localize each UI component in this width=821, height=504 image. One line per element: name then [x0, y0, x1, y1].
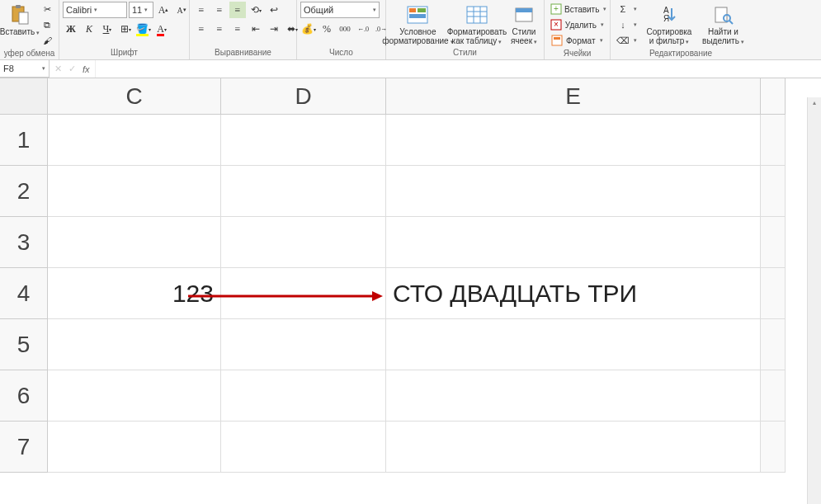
- merge-icon: ⬌: [287, 23, 295, 35]
- cell-c5[interactable]: [48, 319, 221, 370]
- cell-styles-button[interactable]: Стили ячеек: [507, 2, 540, 47]
- cell-d5[interactable]: [221, 319, 386, 370]
- format-cells-button[interactable]: Формат: [548, 33, 606, 48]
- row-header-1[interactable]: 1: [0, 115, 48, 166]
- cell-e6[interactable]: [386, 370, 761, 422]
- conditional-format-button[interactable]: Условное форматирование: [389, 2, 446, 47]
- sort-filter-button[interactable]: AЯ Сортировка и фильтр: [641, 2, 697, 47]
- cell-f6[interactable]: [761, 370, 786, 422]
- cell-d2[interactable]: [221, 166, 386, 217]
- accounting-button[interactable]: 💰▾: [300, 21, 317, 37]
- col-header-e[interactable]: E: [386, 78, 761, 115]
- row-header-5[interactable]: 5: [0, 319, 48, 370]
- insert-cells-button[interactable]: +Вставить: [548, 2, 606, 16]
- wrap-text-button[interactable]: ↩: [266, 2, 282, 18]
- cell-c1[interactable]: [48, 115, 221, 166]
- increase-decimal-button[interactable]: ←.0: [355, 21, 371, 37]
- fill-button[interactable]: ↓: [614, 17, 639, 32]
- col-header-next[interactable]: [761, 78, 786, 115]
- svg-rect-1: [16, 5, 21, 8]
- delete-cells-button[interactable]: ×Удалить: [548, 17, 606, 32]
- formula-bar: F8▾ ✕ ✓ fx: [0, 60, 821, 78]
- conditional-format-label: Условное форматирование: [382, 27, 453, 45]
- increase-indent-button[interactable]: ⇥: [266, 21, 282, 37]
- cell-d1[interactable]: [221, 115, 386, 166]
- decrease-indent-button[interactable]: ⇤: [248, 21, 264, 37]
- cell-e7[interactable]: [386, 422, 761, 473]
- border-button[interactable]: ⊞▾: [117, 21, 134, 37]
- name-box-value: F8: [3, 64, 14, 73]
- cancel-formula-icon[interactable]: ✕: [54, 64, 62, 74]
- enter-formula-icon[interactable]: ✓: [68, 64, 76, 74]
- shrink-font-button[interactable]: A▾: [173, 2, 190, 18]
- copy-icon: ⧉: [40, 18, 54, 31]
- svg-text:+: +: [554, 4, 559, 13]
- align-right-button[interactable]: ≡: [229, 21, 246, 37]
- cell-d4[interactable]: [221, 268, 386, 319]
- autosum-button[interactable]: Σ: [614, 2, 639, 16]
- cell-f1[interactable]: [761, 115, 786, 166]
- clear-button[interactable]: ⌫: [614, 33, 639, 48]
- cell-d6[interactable]: [221, 370, 386, 422]
- cell-d7[interactable]: [221, 422, 386, 473]
- cell-c3[interactable]: [48, 217, 221, 268]
- cell-e5[interactable]: [386, 319, 761, 370]
- conditional-format-icon: [404, 3, 431, 26]
- cell-e4[interactable]: СТО ДВАДЦАТЬ ТРИ: [386, 268, 761, 319]
- row-header-7[interactable]: 7: [0, 422, 48, 473]
- format-painter-button[interactable]: 🖌: [38, 33, 56, 48]
- bold-button[interactable]: Ж: [63, 21, 79, 37]
- format-cells-icon: [550, 34, 564, 47]
- percent-button[interactable]: %: [318, 21, 335, 37]
- align-center-button[interactable]: ≡: [211, 21, 228, 37]
- underline-button[interactable]: Ч▾: [99, 21, 116, 37]
- row-header-2[interactable]: 2: [0, 166, 48, 217]
- cell-d3[interactable]: [221, 217, 386, 268]
- cell-f4[interactable]: [761, 268, 786, 319]
- comma-button[interactable]: 000: [337, 21, 353, 37]
- align-middle-button[interactable]: ≡: [211, 2, 228, 18]
- font-name-combo[interactable]: Calibri▾: [63, 2, 127, 18]
- name-box[interactable]: F8▾: [0, 60, 50, 78]
- row-header-6[interactable]: 6: [0, 370, 48, 422]
- find-select-button[interactable]: Найти и выделить: [699, 2, 748, 47]
- italic-button[interactable]: К: [81, 21, 97, 37]
- bucket-icon: 🪣: [136, 23, 149, 35]
- align-top-button[interactable]: ≡: [193, 2, 210, 18]
- font-size-combo[interactable]: 11▾: [129, 2, 153, 18]
- cell-f7[interactable]: [761, 422, 786, 473]
- col-header-d[interactable]: D: [221, 78, 386, 115]
- fx-icon[interactable]: fx: [83, 64, 90, 74]
- orientation-button[interactable]: ⟲▾: [248, 2, 264, 18]
- paste-button[interactable]: Вставить: [3, 2, 36, 38]
- vertical-scrollbar[interactable]: [807, 97, 821, 504]
- formula-input[interactable]: [96, 60, 821, 78]
- align-left-button[interactable]: ≡: [193, 21, 210, 37]
- number-format-combo[interactable]: Общий▾: [300, 2, 380, 18]
- cell-c2[interactable]: [48, 166, 221, 217]
- find-icon: [710, 3, 736, 26]
- wrap-icon: ↩: [270, 4, 278, 16]
- align-bottom-button[interactable]: ≡: [229, 2, 246, 18]
- cell-e3[interactable]: [386, 217, 761, 268]
- cell-c6[interactable]: [48, 370, 221, 422]
- cut-button[interactable]: ✂: [38, 2, 56, 16]
- row-header-3[interactable]: 3: [0, 217, 48, 268]
- col-header-c[interactable]: C: [48, 78, 221, 115]
- fill-color-button[interactable]: 🪣▾: [135, 21, 152, 37]
- cell-e1[interactable]: [386, 115, 761, 166]
- cell-f2[interactable]: [761, 166, 786, 217]
- grow-font-button[interactable]: A▴: [155, 2, 172, 18]
- cell-c7[interactable]: [48, 422, 221, 473]
- cell-f5[interactable]: [761, 319, 786, 370]
- cell-e2[interactable]: [386, 166, 761, 217]
- cell-c4[interactable]: 123: [48, 268, 221, 319]
- cell-styles-label: Стили ячеек: [511, 27, 537, 45]
- brush-icon: 🖌: [40, 34, 54, 47]
- font-color-button[interactable]: A▾: [153, 21, 170, 37]
- select-all-corner[interactable]: [0, 78, 48, 115]
- copy-button[interactable]: ⧉: [38, 17, 56, 32]
- format-table-button[interactable]: Форматировать как таблицу: [448, 2, 506, 47]
- cell-f3[interactable]: [761, 217, 786, 268]
- row-header-4[interactable]: 4: [0, 268, 48, 319]
